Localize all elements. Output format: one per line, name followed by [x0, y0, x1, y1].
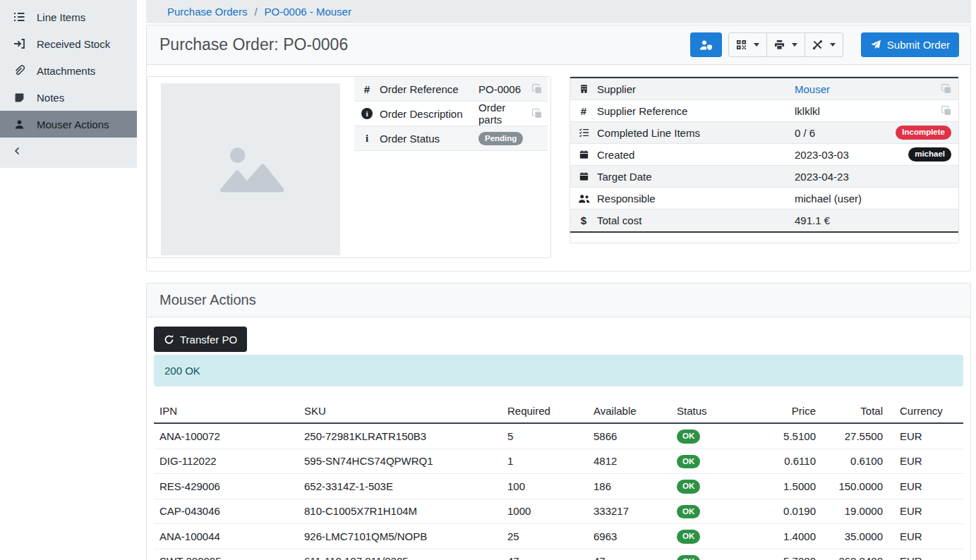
caret-down-icon: [754, 43, 759, 47]
detail-value: 0 / 6: [795, 127, 896, 139]
mouser-actions-panel: Mouser Actions Transfer PO 200 OK: [146, 283, 971, 560]
copy-icon[interactable]: [941, 84, 951, 94]
sidebar-collapse-button[interactable]: [0, 138, 137, 164]
detail-row-order-description: i Order Description Order parts: [354, 102, 548, 126]
info-icon: i: [354, 133, 380, 145]
cell-sku: 810-C1005X7R1H104M: [299, 499, 502, 524]
cell-ipn: ANA-100072: [154, 423, 299, 449]
cell-ipn: ANA-100044: [154, 524, 299, 549]
cell-available: 333217: [588, 499, 671, 524]
copy-icon[interactable]: [526, 84, 548, 94]
info-circle-icon: i: [354, 108, 380, 119]
sidebar-item-label: Notes: [37, 92, 64, 104]
cell-total: 150.0000: [821, 474, 888, 499]
detail-label: Order Status: [380, 133, 478, 145]
sidebar-item-notes[interactable]: Notes: [0, 84, 137, 111]
cell-available: 47: [588, 549, 671, 560]
sidebar-item-mouser-actions[interactable]: Mouser Actions: [0, 111, 137, 138]
cell-currency: EUR: [888, 549, 963, 560]
incomplete-badge: Incomplete: [896, 126, 951, 140]
cell-currency: EUR: [888, 474, 963, 499]
detail-row-responsible: Responsible michael (user): [570, 188, 958, 209]
main-content: Purchase Orders / PO-0006 - Mouser Purch…: [137, 0, 976, 560]
detail-label: Target Date: [597, 171, 795, 183]
arrow-into-bracket-icon: [13, 38, 25, 49]
sidebar-item-line-items[interactable]: Line Items: [0, 4, 137, 30]
status-badge: Pending: [478, 132, 523, 146]
ok-badge: OK: [677, 555, 700, 560]
alert-text: 200 OK: [164, 365, 200, 377]
detail-value: 2023-03-03: [795, 149, 908, 161]
column-header-sku: SKU: [299, 399, 502, 423]
qr-code-icon: [736, 39, 747, 50]
cell-status: OK: [671, 449, 754, 474]
detail-cards: # Order Reference PO-0006 i Order Descri…: [147, 65, 970, 271]
transfer-po-button[interactable]: Transfer PO: [154, 327, 247, 352]
detail-row-supplier-reference: # Supplier Reference lklklkl: [570, 100, 958, 122]
supplier-detail-rows: Supplier Mouser # Supplier Reference lkl…: [570, 77, 958, 233]
detail-row-total-cost: $ Total cost 491.1 €: [570, 209, 958, 231]
user-icon: [13, 119, 25, 130]
cell-available: 6963: [588, 524, 671, 549]
column-header-status: Status: [671, 399, 754, 423]
detail-row-created: Created 2023-03-03 michael: [570, 144, 958, 166]
cell-available: 5866: [588, 423, 671, 449]
supplier-link[interactable]: Mouser: [795, 83, 830, 95]
detail-row-order-reference: # Order Reference PO-0006: [354, 77, 548, 102]
copy-icon[interactable]: [526, 109, 548, 118]
cell-required: 1000: [502, 499, 588, 524]
print-menu-button[interactable]: [767, 32, 805, 57]
breadcrumb-separator: /: [254, 6, 257, 18]
column-header-price: Price: [754, 399, 821, 423]
table-row: RES-429006 652-3314Z-1-503E 100 186 OK 1…: [154, 474, 963, 499]
cell-price: 1.5000: [754, 474, 821, 499]
cell-total: 0.6100: [821, 449, 888, 474]
wrench-icon: [812, 39, 823, 50]
hash-icon: #: [570, 105, 597, 117]
caret-down-icon: [792, 43, 797, 47]
cell-ipn: DIG-112022: [154, 449, 299, 474]
list-numbered-icon: [13, 11, 25, 23]
table-row: ANA-100044 926-LMC7101QM5/NOPB 25 6963 O…: [154, 524, 963, 549]
column-header-ipn: IPN: [154, 399, 299, 423]
transfer-po-label: Transfer PO: [180, 334, 237, 346]
cell-status: OK: [671, 549, 754, 560]
header-menu-group: [728, 32, 843, 57]
breadcrumb-link-purchase-orders[interactable]: Purchase Orders: [167, 6, 247, 18]
breadcrumb: Purchase Orders / PO-0006 - Mouser: [146, 0, 971, 23]
note-icon: [13, 92, 25, 103]
hash-icon: #: [354, 83, 380, 95]
cell-price: 5.7200: [754, 549, 821, 560]
cell-price: 0.0190: [754, 499, 821, 524]
copy-icon[interactable]: [941, 106, 951, 116]
detail-label: Order Description: [380, 108, 478, 120]
page-header: Purchase Order: PO-0006: [147, 25, 970, 65]
ok-badge: OK: [677, 480, 700, 494]
breadcrumb-link-current-order[interactable]: PO-0006 - Mouser: [265, 6, 351, 18]
cell-sku: 595-SN74HCS74QPWRQ1: [299, 449, 502, 474]
cell-status: OK: [671, 474, 754, 499]
admin-button[interactable]: [690, 32, 722, 57]
building-icon: [570, 84, 597, 94]
header-actions: Submit Order: [690, 32, 959, 57]
detail-row-order-status: i Order Status Pending: [354, 126, 548, 151]
submit-order-button[interactable]: Submit Order: [861, 32, 959, 57]
order-actions-menu-button[interactable]: [805, 32, 843, 57]
cell-required: 5: [502, 423, 588, 449]
detail-label: Supplier: [597, 83, 795, 95]
cell-status: OK: [671, 423, 754, 449]
ok-badge: OK: [677, 455, 700, 469]
part-image-placeholder[interactable]: [161, 83, 340, 255]
sidebar-item-label: Attachments: [37, 65, 95, 77]
transfer-status-alert: 200 OK: [154, 355, 963, 386]
barcode-menu-button[interactable]: [728, 32, 767, 57]
detail-row-target-date: Target Date 2023-04-23: [570, 166, 958, 188]
column-header-currency: Currency: [888, 399, 963, 423]
detail-value: michael (user): [795, 193, 958, 205]
sidebar: Line Items Received Stock Attachments No…: [0, 0, 137, 560]
sidebar-item-received-stock[interactable]: Received Stock: [0, 30, 137, 57]
cell-ipn: RES-429006: [154, 474, 299, 499]
cell-sku: 926-LMC7101QM5/NOPB: [299, 524, 502, 549]
sidebar-item-attachments[interactable]: Attachments: [0, 57, 137, 84]
cell-sku: 250-72981KLRATR150B3: [299, 423, 502, 449]
